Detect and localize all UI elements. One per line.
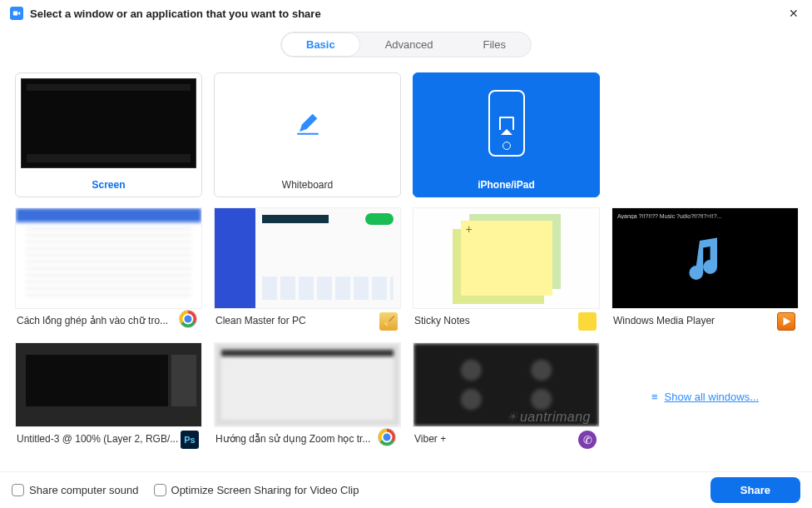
app-window-2[interactable]: Sticky Notes <box>413 207 600 332</box>
expand-icon: ≡ <box>651 391 658 403</box>
label-screen: Screen <box>16 173 201 197</box>
option-whiteboard[interactable]: Whiteboard <box>214 72 401 197</box>
show-all-link[interactable]: Show all windows... <box>665 391 759 403</box>
app-window-0[interactable]: Cách lồng ghép ảnh vào chữ tro... <box>15 207 202 332</box>
wmp-icon <box>777 312 795 331</box>
app-thumb <box>15 207 202 309</box>
app-label: Clean Master for PC <box>215 315 399 326</box>
option-iphone-ipad[interactable]: iPhone/iPad <box>413 72 600 197</box>
wmp-nowplaying: Ayanga ?!!?!!?? Music ?udio?!!?!!?=!!?..… <box>617 213 793 219</box>
music-note-icon <box>676 229 735 287</box>
checkbox-optimize-video[interactable]: Optimize Screen Sharing for Video Clip <box>154 484 359 496</box>
stickynotes-icon <box>578 312 597 331</box>
tab-basic[interactable]: Basic <box>281 32 360 57</box>
share-button[interactable]: Share <box>710 477 800 503</box>
app-thumb <box>214 342 401 427</box>
option-screen[interactable]: Screen <box>15 72 202 197</box>
app-thumb: uantrimang <box>413 342 600 427</box>
show-all-windows[interactable]: ≡ Show all windows... <box>611 342 799 451</box>
app-window-4[interactable]: Untitled-3 @ 100% (Layer 2, RGB/... Ps <box>15 342 202 451</box>
zoom-icon <box>10 7 23 20</box>
checkbox-share-sound[interactable]: Share computer sound <box>12 484 139 496</box>
app-label: Hướng dẫn sử dụng Zoom học tr... <box>215 433 378 445</box>
checkbox-box <box>154 484 166 496</box>
close-button[interactable]: ✕ <box>785 5 802 22</box>
airplay-icon <box>499 117 514 130</box>
app-thumb <box>413 207 600 309</box>
checkbox-box <box>12 484 24 496</box>
app-label: Untitled-3 @ 100% (Layer 2, RGB/... <box>17 433 201 445</box>
brush-icon: 🧹 <box>379 312 398 331</box>
app-label: Windows Media Player <box>613 315 797 326</box>
app-label: Cách lồng ghép ảnh vào chữ tro... <box>17 315 179 326</box>
thumb-screen <box>16 73 201 173</box>
viber-icon <box>578 431 597 449</box>
tab-advanced[interactable]: Advanced <box>360 32 458 57</box>
thumb-whiteboard <box>215 73 400 173</box>
app-window-3[interactable]: Ayanga ?!!?!!?? Music ?udio?!!?!!?=!!?..… <box>611 207 799 332</box>
app-window-5[interactable]: Hướng dẫn sử dụng Zoom học tr... <box>214 342 401 451</box>
tab-bar: Basic Advanced Files <box>0 32 812 57</box>
checkbox-label: Share computer sound <box>29 484 139 496</box>
app-label: Sticky Notes <box>414 315 598 326</box>
phone-icon <box>488 90 525 157</box>
thumb-iphone <box>413 73 599 173</box>
checkbox-label: Optimize Screen Sharing for Video Clip <box>171 484 359 496</box>
app-window-6[interactable]: uantrimang Viber + <box>413 342 600 451</box>
window-title: Select a window or an application that y… <box>30 7 785 20</box>
app-thumb <box>214 207 401 309</box>
app-window-1[interactable]: Clean Master for PC 🧹 <box>214 207 401 332</box>
photoshop-icon: Ps <box>181 431 199 449</box>
label-iphone: iPhone/iPad <box>413 173 599 197</box>
svg-rect-0 <box>13 12 17 16</box>
app-label: Viber + <box>414 433 598 445</box>
app-thumb <box>15 342 202 427</box>
chrome-icon <box>179 310 197 328</box>
pencil-icon <box>294 109 322 137</box>
footer: Share computer sound Optimize Screen Sha… <box>0 471 812 508</box>
chrome-icon <box>378 428 396 446</box>
tab-files[interactable]: Files <box>458 32 531 57</box>
label-whiteboard: Whiteboard <box>215 173 400 197</box>
app-thumb: Ayanga ?!!?!!?? Music ?udio?!!?!!?=!!?..… <box>611 207 799 309</box>
